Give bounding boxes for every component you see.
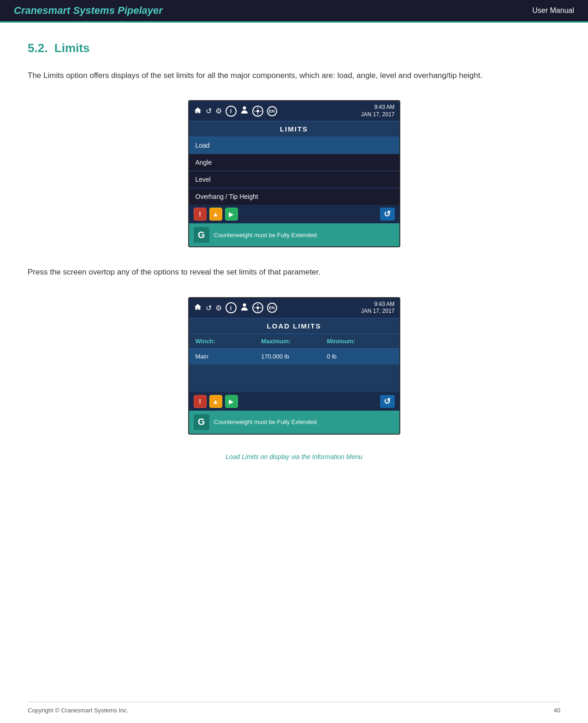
app-title: Cranesmart Systems Pipelayer: [14, 5, 163, 17]
alert-red-button[interactable]: !: [194, 208, 207, 221]
menu-item-load[interactable]: Load: [189, 137, 399, 154]
status-msg-bar-2: G Counterweight must be Fully Extended: [189, 411, 399, 434]
screen-title-bar-2: LOAD LIMITS: [189, 318, 399, 334]
refresh-icon[interactable]: ↺: [206, 107, 212, 115]
toolbar-left-1: ! ▲ ▶: [194, 208, 238, 221]
manual-label: User Manual: [532, 6, 574, 15]
footer-page-number: 40: [554, 707, 560, 714]
main-content: 5.2. Limits The Limits option offers dis…: [0, 23, 588, 497]
menu-item-overhang[interactable]: Overhang / Tip Height: [189, 188, 399, 205]
info-icon-2[interactable]: i: [226, 302, 237, 313]
person-icon-2[interactable]: [240, 303, 249, 313]
table-empty-area: [189, 364, 399, 392]
alert-yellow-button-2[interactable]: ▲: [209, 395, 222, 408]
status-time-1: 9:43 AM JAN 17, 2017: [361, 104, 395, 118]
person-icon[interactable]: [240, 106, 249, 116]
status-msg-text-1: Counterweight must be Fully Extended: [214, 232, 317, 239]
status-time-2: 9:43 AM JAN 17, 2017: [361, 301, 395, 315]
brightness-icon[interactable]: [252, 106, 263, 117]
cell-maximum-main: 170,000 lb: [261, 353, 327, 360]
home-icon-2[interactable]: [194, 303, 202, 313]
cell-winch-main: Main: [196, 353, 261, 360]
toolbar-left-2: ! ▲ ▶: [194, 395, 238, 408]
svg-point-0: [243, 107, 246, 110]
settings-icon-2[interactable]: ⚙: [215, 304, 222, 312]
status-bar-2: ↺ ⚙ i: [189, 298, 399, 318]
footer-copyright: Copyright © Cranesmart Systems Inc.: [28, 707, 128, 714]
menu-item-level[interactable]: Level: [189, 171, 399, 188]
status-msg-text-2: Counterweight must be Fully Extended: [214, 418, 317, 425]
home-icon[interactable]: [194, 106, 202, 116]
language-icon-2[interactable]: EN: [267, 303, 277, 313]
svg-point-6: [243, 303, 246, 306]
alert-yellow-button[interactable]: ▲: [209, 208, 222, 221]
section-title: 5.2. Limits: [28, 41, 560, 55]
status-bar-1: ↺ ⚙ i: [189, 101, 399, 121]
screen-title-bar-1: LIMITS: [189, 121, 399, 137]
status-msg-bar-1: G Counterweight must be Fully Extended: [189, 223, 399, 246]
screen-title-1: LIMITS: [193, 125, 396, 133]
table-header: Winch: Maximum: Minimum:: [189, 334, 399, 349]
description-text: The Limits option offers displays of the…: [28, 69, 560, 82]
settings-icon[interactable]: ⚙: [215, 107, 222, 115]
bottom-toolbar-2: ! ▲ ▶ ↺: [189, 392, 399, 411]
limits-menu: Load Angle Level Overhang / Tip Height: [189, 137, 399, 205]
back-button-2[interactable]: ↺: [380, 395, 395, 408]
footer: Copyright © Cranesmart Systems Inc. 40: [28, 702, 560, 714]
alert-red-button-2[interactable]: !: [194, 395, 207, 408]
g-logo-1: G: [194, 227, 209, 243]
back-button-1[interactable]: ↺: [380, 208, 395, 221]
g-logo-2: G: [194, 414, 209, 430]
caption-text: Load Limits on display via the Informati…: [28, 453, 560, 460]
svg-point-1: [256, 110, 259, 113]
status-icons-2: ↺ ⚙ i: [194, 302, 277, 313]
flag-button[interactable]: ▶: [225, 208, 238, 221]
refresh-icon-2[interactable]: ↺: [206, 304, 212, 312]
screen-title-2: LOAD LIMITS: [193, 322, 396, 330]
col-header-maximum: Maximum:: [261, 338, 327, 345]
col-header-winch: Winch:: [196, 338, 261, 345]
flag-button-2[interactable]: ▶: [225, 395, 238, 408]
header-bar: Cranesmart Systems Pipelayer User Manual: [0, 0, 588, 23]
info-icon[interactable]: i: [226, 106, 237, 117]
paragraph2: Press the screen overtop any of the opti…: [28, 266, 560, 278]
col-header-minimum: Minimum:: [327, 338, 393, 345]
bottom-toolbar-1: ! ▲ ▶ ↺: [189, 205, 399, 223]
table-row-main[interactable]: Main 170,000 lb 0 lb: [189, 349, 399, 364]
cell-minimum-main: 0 lb: [327, 353, 393, 360]
menu-item-angle[interactable]: Angle: [189, 154, 399, 171]
brightness-icon-2[interactable]: [252, 302, 263, 313]
status-icons-1: ↺ ⚙ i: [194, 106, 277, 117]
svg-point-7: [256, 306, 259, 309]
device-screen-load-limits: ↺ ⚙ i: [188, 297, 400, 435]
language-icon[interactable]: EN: [267, 106, 277, 116]
device-screen-limits: ↺ ⚙ i: [188, 100, 400, 247]
